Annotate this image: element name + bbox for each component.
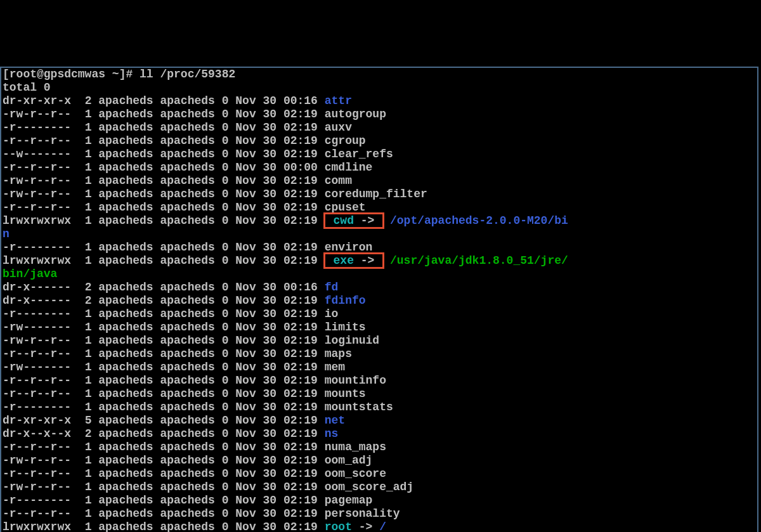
links: 1 xyxy=(71,361,91,373)
owner: apacheds xyxy=(91,401,153,413)
time: 00:16 xyxy=(276,281,318,294)
owner: apacheds xyxy=(91,214,153,227)
links: 1 xyxy=(71,454,91,467)
time: 02:19 xyxy=(276,387,318,400)
owner: apacheds xyxy=(91,414,153,427)
perm: -r--r--r-- xyxy=(3,507,71,520)
total-line: total 0 xyxy=(3,81,51,94)
month: Nov xyxy=(228,334,256,347)
file-name: environ xyxy=(325,241,373,254)
perm: -r--r--r-- xyxy=(3,374,71,387)
terminal-line: -r--r--r-- 1 apacheds apacheds 0 Nov 30 … xyxy=(3,387,756,401)
size: 0 xyxy=(215,161,229,174)
terminal-line: -r--r--r-- 1 apacheds apacheds 0 Nov 30 … xyxy=(3,441,756,454)
file-name: coredump_filter xyxy=(325,188,427,200)
day: 30 xyxy=(256,241,276,254)
file-name: numa_maps xyxy=(325,441,386,453)
terminal-line: dr-x------ 2 apacheds apacheds 0 Nov 30 … xyxy=(3,281,756,294)
terminal-line: -rw-r--r-- 1 apacheds apacheds 0 Nov 30 … xyxy=(3,481,756,494)
day: 30 xyxy=(256,161,276,174)
time: 02:19 xyxy=(276,374,318,387)
month: Nov xyxy=(228,294,256,307)
day: 30 xyxy=(256,427,276,440)
perm: -r-------- xyxy=(3,308,71,320)
terminal-line: lrwxrwxrwx 1 apacheds apacheds 0 Nov 30 … xyxy=(3,214,756,228)
file-name: mounts xyxy=(325,387,366,400)
links: 1 xyxy=(71,121,91,134)
size: 0 xyxy=(215,321,229,334)
size: 0 xyxy=(215,414,229,427)
day: 30 xyxy=(256,387,276,400)
owner: apacheds xyxy=(91,481,153,493)
time: 02:19 xyxy=(276,481,318,493)
day: 30 xyxy=(256,467,276,480)
size: 0 xyxy=(215,387,229,400)
size: 0 xyxy=(215,427,229,440)
file-name: fd xyxy=(325,281,339,294)
owner: apacheds xyxy=(91,321,153,334)
size: 0 xyxy=(215,401,229,413)
links: 1 xyxy=(71,401,91,413)
day: 30 xyxy=(256,441,276,453)
link-target: /usr/java/jdk1.8.0_51/jre/ xyxy=(390,254,568,267)
link-target: /opt/apacheds-2.0.0-M20/bi xyxy=(390,214,568,227)
group: apacheds xyxy=(153,281,215,294)
links: 1 xyxy=(71,387,91,400)
time: 02:19 xyxy=(276,201,318,214)
month: Nov xyxy=(228,201,256,214)
file-name: autogroup xyxy=(325,108,386,120)
terminal-line: -r--r--r-- 1 apacheds apacheds 0 Nov 30 … xyxy=(3,467,756,481)
group: apacheds xyxy=(153,347,215,360)
group: apacheds xyxy=(153,454,215,467)
time: 02:19 xyxy=(276,148,318,160)
terminal-line: [root@gpsdcmwas ~]# ll /proc/59382 xyxy=(3,68,756,81)
day: 30 xyxy=(256,294,276,307)
group: apacheds xyxy=(153,161,215,174)
file-name: loginuid xyxy=(325,334,379,347)
owner: apacheds xyxy=(91,294,153,307)
size: 0 xyxy=(215,467,229,480)
time: 02:19 xyxy=(276,454,318,467)
time: 02:19 xyxy=(276,294,318,307)
owner: apacheds xyxy=(91,108,153,120)
day: 30 xyxy=(256,148,276,160)
month: Nov xyxy=(228,507,256,520)
perm: -rw-r--r-- xyxy=(3,174,71,187)
owner: apacheds xyxy=(91,188,153,200)
time: 02:19 xyxy=(276,427,318,440)
month: Nov xyxy=(228,241,256,254)
terminal-line: n xyxy=(3,228,756,241)
owner: apacheds xyxy=(91,494,153,507)
time: 02:19 xyxy=(276,507,318,520)
terminal-line: -r-------- 1 apacheds apacheds 0 Nov 30 … xyxy=(3,401,756,414)
month: Nov xyxy=(228,401,256,413)
size: 0 xyxy=(215,294,229,307)
month: Nov xyxy=(228,427,256,440)
group: apacheds xyxy=(153,214,215,227)
terminal-line: -rw-r--r-- 1 apacheds apacheds 0 Nov 30 … xyxy=(3,454,756,467)
perm: --w------- xyxy=(3,148,71,160)
perm: dr-xr-xr-x xyxy=(3,94,71,107)
time: 02:19 xyxy=(276,254,318,267)
size: 0 xyxy=(215,308,229,320)
perm: -rw-r--r-- xyxy=(3,334,71,347)
size: 0 xyxy=(215,188,229,200)
owner: apacheds xyxy=(91,454,153,467)
links: 1 xyxy=(71,201,91,214)
terminal-line: -r--r--r-- 1 apacheds apacheds 0 Nov 30 … xyxy=(3,347,756,361)
perm: -r--r--r-- xyxy=(3,347,71,360)
month: Nov xyxy=(228,174,256,187)
owner: apacheds xyxy=(91,347,153,360)
time: 02:19 xyxy=(276,308,318,320)
size: 0 xyxy=(215,94,229,107)
file-name: cpuset xyxy=(325,201,366,214)
group: apacheds xyxy=(153,121,215,134)
terminal-line: -rw------- 1 apacheds apacheds 0 Nov 30 … xyxy=(3,321,756,334)
terminal-line: -r--r--r-- 1 apacheds apacheds 0 Nov 30 … xyxy=(3,161,756,174)
day: 30 xyxy=(256,121,276,134)
file-name: root xyxy=(325,521,352,532)
file-name: net xyxy=(325,414,345,427)
link-target: / xyxy=(379,521,386,532)
day: 30 xyxy=(256,361,276,373)
terminal-window[interactable]: [root@gpsdcmwas ~]# ll /proc/59382total … xyxy=(0,67,758,532)
